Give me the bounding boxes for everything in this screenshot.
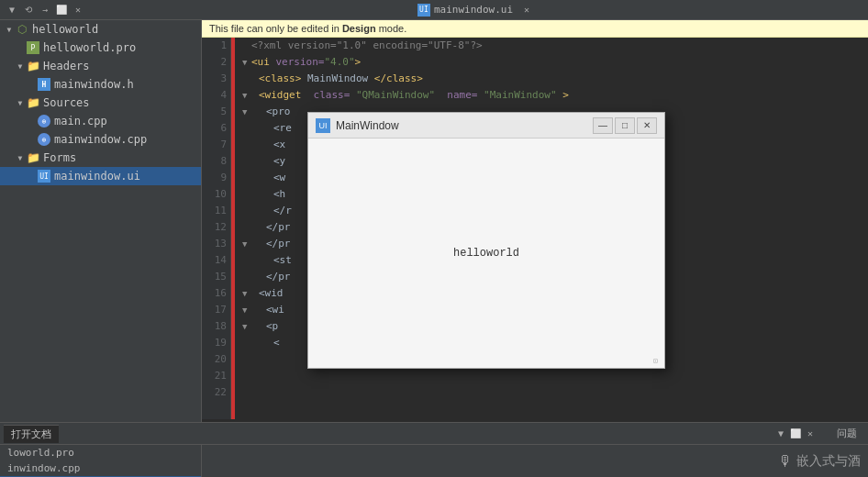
bottom-list-item-0[interactable]: loworld.pro <box>0 445 201 460</box>
bottom-icon-add[interactable]: ⬜ <box>788 427 803 440</box>
tree-item-main-cpp[interactable]: ⊕ main.cpp <box>0 112 201 130</box>
ui-file-icon-tree: UI <box>37 169 51 183</box>
top-bar: ▼ ⟲ → ⬜ ✕ UI mainwindow.ui ✕ <box>0 0 868 20</box>
mainwindow-ui-label: mainwindow.ui <box>54 170 140 183</box>
notice-design: Design <box>342 23 376 34</box>
arrow-mainwindow-ui <box>26 171 37 182</box>
mainwindow-h-label: mainwindow.h <box>54 78 134 91</box>
forms-label: Forms <box>43 151 76 164</box>
h-file-icon: H <box>37 77 51 92</box>
float-close-btn[interactable]: ✕ <box>637 117 657 134</box>
float-helloworld-label: helloworld <box>453 247 519 260</box>
bottom-tabs: 打开文档 ▼ ⬜ ✕ 问题 <box>0 423 868 445</box>
arrow-main-cpp <box>26 116 37 127</box>
line-numbers: 12345 678910 1112131415 1617181920 2122 <box>202 38 231 419</box>
arrow-forms: ▼ <box>15 152 26 163</box>
arrow-headers: ▼ <box>15 61 26 72</box>
tree-item-mainwindow-cpp[interactable]: ⊕ mainwindow.cpp <box>0 130 201 149</box>
arrow-sources: ▼ <box>15 97 26 108</box>
float-app-icon: UI <box>316 118 330 133</box>
bottom-icon-dropdown[interactable]: ▼ <box>776 427 785 440</box>
floating-window[interactable]: UI MainWindow — □ ✕ helloworld ⊡ <box>307 112 665 369</box>
float-minimize-btn[interactable]: — <box>593 117 613 134</box>
project-label: helloworld <box>32 23 98 36</box>
arrow-mainwindow-cpp <box>26 134 37 145</box>
float-resize-handle[interactable]: ⊡ <box>653 357 662 366</box>
tree-item-project[interactable]: ▼ ⬡ helloworld <box>0 20 201 39</box>
notice-bar: This file can only be edited in Design m… <box>202 20 868 38</box>
sidebar: ▼ ⬡ helloworld P helloworld.pro ▼ 📁 Head… <box>0 20 202 422</box>
headers-label: Headers <box>43 60 90 72</box>
file-tab[interactable]: UI mainwindow.ui ✕ <box>417 4 529 17</box>
code-line-2: ▼ <ui version= "4.0" > <box>242 54 861 71</box>
arrow-mainwindow-h <box>26 79 37 90</box>
pro-file-icon: P <box>26 40 40 55</box>
forms-folder-icon: 📁 <box>26 150 40 165</box>
top-bar-icons: ▼ ⟲ → ⬜ ✕ <box>6 4 84 17</box>
bottom-icon-close[interactable]: ✕ <box>806 427 815 440</box>
pro-label: helloworld.pro <box>43 41 136 54</box>
forward-icon[interactable]: → <box>39 4 51 17</box>
code-line-4: ▼ <widget class= "QMainWindow" name= "Ma… <box>242 87 861 104</box>
file-tab-title: mainwindow.ui <box>434 4 513 16</box>
tree-item-sources[interactable]: ▼ 📁 Sources <box>0 94 201 112</box>
mainwindow-cpp-label: mainwindow.cpp <box>54 133 147 146</box>
main-layout: ▼ ⬡ helloworld P helloworld.pro ▼ 📁 Head… <box>0 20 868 422</box>
float-title-bar: UI MainWindow — □ ✕ <box>308 113 664 139</box>
refresh-icon[interactable]: ⟲ <box>22 4 35 17</box>
bottom-content: loworld.pro inwindow.cpp inwindow.ui <box>0 445 868 477</box>
code-line-3: <class> MainWindow </class> <box>242 71 861 87</box>
code-line-1: <?xml version="1.0" encoding="UTF-8"?> <box>242 38 861 54</box>
float-buttons: — □ ✕ <box>593 117 657 134</box>
project-icon: ⬡ <box>15 22 29 37</box>
tree-item-headers[interactable]: ▼ 📁 Headers <box>0 57 201 75</box>
float-content: helloworld <box>308 139 664 368</box>
bottom-list-item-1[interactable]: inwindow.cpp <box>0 460 201 476</box>
file-tab-close[interactable]: ✕ <box>524 5 529 15</box>
arrow-project: ▼ <box>4 24 15 35</box>
code-line-22 <box>242 384 861 401</box>
tree-item-mainwindow-ui[interactable]: UI mainwindow.ui <box>0 167 201 185</box>
filter-icon[interactable]: ▼ <box>6 4 18 17</box>
cpp-file-icon-main: ⊕ <box>37 114 51 128</box>
main-cpp-label: main.cpp <box>54 115 107 128</box>
bottom-file-list: loworld.pro inwindow.cpp inwindow.ui <box>0 445 202 477</box>
notice-text: This file can only be edited in Design m… <box>209 23 406 34</box>
close-all-icon[interactable]: ✕ <box>72 4 84 17</box>
tree-item-pro[interactable]: P helloworld.pro <box>0 39 201 57</box>
bottom-tab-icons: ▼ ⬜ ✕ <box>776 427 815 440</box>
cpp-file-icon-mainwindow: ⊕ <box>37 132 51 147</box>
headers-folder-icon: 📁 <box>26 59 40 73</box>
float-maximize-btn[interactable]: □ <box>615 117 635 134</box>
arrow-pro <box>15 42 26 53</box>
ui-file-icon: UI <box>417 4 430 17</box>
tree-item-mainwindow-h[interactable]: H mainwindow.h <box>0 75 201 94</box>
sources-folder-icon: 📁 <box>26 95 40 110</box>
float-title: MainWindow <box>336 119 593 132</box>
add-tab-icon[interactable]: ⬜ <box>55 4 68 17</box>
code-line-21 <box>242 368 861 384</box>
bottom-panel: 打开文档 ▼ ⬜ ✕ 问题 loworld.pro inwindow.cpp i… <box>0 422 868 477</box>
bottom-tab-open-docs[interactable]: 打开文档 <box>4 425 59 443</box>
bottom-tab-problems[interactable]: 问题 <box>818 425 864 442</box>
editor-area: This file can only be edited in Design m… <box>202 20 868 422</box>
sources-label: Sources <box>43 96 90 109</box>
tree-item-forms[interactable]: ▼ 📁 Forms <box>0 149 201 167</box>
